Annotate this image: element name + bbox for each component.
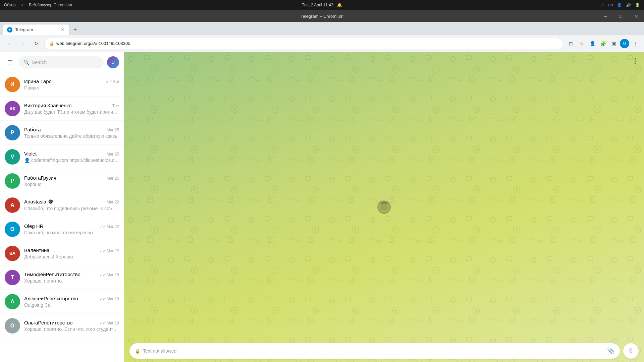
chat-preview: Хорошо! <box>24 182 119 187</box>
chat-item-work[interactable]: Р Работа Mar 25 Только обязательно дайте… <box>0 121 124 145</box>
bookmark-icon[interactable]: ☆ <box>577 39 586 48</box>
telegram-tab[interactable]: ✈ Telegram ✕ <box>3 24 70 35</box>
chat-time: ✓✓Mar 22 <box>99 248 119 253</box>
chat-preview: Да,у вас будет ТЗ,по итогам будет приним… <box>24 109 119 115</box>
browser-label[interactable]: Веб-браузер Chromium <box>29 3 72 7</box>
battery-icon: 🔋 <box>635 3 640 7</box>
overview-label[interactable]: Обзор <box>4 3 16 7</box>
mic-button[interactable]: 🎙 <box>623 343 639 359</box>
chat-name: Работа <box>24 127 41 132</box>
alarm-icon: 🔔 <box>337 3 342 7</box>
message-input-bar: 🔒 Text not allowed 📎 🎙 <box>124 340 644 362</box>
chat-avatar: О <box>5 318 20 334</box>
refresh-button[interactable]: ↻ <box>31 38 42 49</box>
chat-name: АлексейРепетиторство <box>24 296 78 301</box>
chat-area: 🔒 Text not allowed 📎 🎙 <box>124 52 644 362</box>
telegram-favicon: ✈ <box>7 27 12 33</box>
chat-item-olga[interactable]: О ОльгаРепетиторство ✓✓Mar 19 Хорошо, по… <box>0 314 124 338</box>
lang-label: en <box>608 3 613 7</box>
attach-icon[interactable]: 📎 <box>607 347 614 355</box>
chat-info: Ирина Таро ✓✓Sat Привет <box>24 78 119 90</box>
chat-info: Виктория Кравченко Tue Да,у вас будет ТЗ… <box>24 103 119 115</box>
chat-name: РаботаГрузия <box>24 175 56 181</box>
sidebar-toggle-icon[interactable]: ▣ <box>609 39 619 48</box>
chat-item-irina[interactable]: И Ирина Таро ✓✓Sat Привет <box>0 72 124 97</box>
chat-preview: 👤 coderstaffing.com https://cliquestudio… <box>24 158 119 163</box>
chat-preview: Outgoing Call <box>24 302 119 308</box>
chat-name: Oleg HR <box>24 223 44 229</box>
dot-3 <box>635 63 636 64</box>
maximize-button[interactable]: □ <box>613 10 629 22</box>
chat-avatar: O <box>5 222 20 237</box>
profile-circle[interactable]: U <box>620 39 629 48</box>
chat-item-victoria[interactable]: ВК Виктория Кравченко Tue Да,у вас будет… <box>0 97 124 121</box>
menu-button[interactable]: ⋮ <box>631 39 640 48</box>
chat-list: И Ирина Таро ✓✓Sat Привет ВК <box>0 72 124 362</box>
chat-info: РаботаГрузия Mar 25 Хорошо! <box>24 175 119 187</box>
cast-icon[interactable]: ⊡ <box>566 39 576 48</box>
tab-close-button[interactable]: ✕ <box>59 27 65 33</box>
chat-avatar: A <box>5 197 20 213</box>
chat-time: Mar 25 <box>107 128 119 132</box>
chat-name: ОльгаРепетиторство <box>24 320 72 325</box>
chat-time: Mar 25 <box>107 152 119 157</box>
tabs-bar: ✈ Telegram ✕ + <box>0 22 644 35</box>
profile-icon[interactable]: 👤 <box>588 39 597 48</box>
chat-item-anastasia[interactable]: A Anastasia 🎓 Mar 22 Спасибо, что подели… <box>0 193 124 217</box>
chat-item-violet[interactable]: V Violet Mar 25 👤 coderstaffing.com http… <box>0 145 124 169</box>
chat-name: Ирина Таро <box>24 78 52 84</box>
chat-info: Anastasia 🎓 Mar 22 Спасибо, что поделили… <box>24 199 119 211</box>
chat-name: Валентина <box>24 247 50 253</box>
chat-time: Mar 22 <box>107 200 119 204</box>
input-placeholder: Text not allowed <box>143 348 604 354</box>
chat-preview: Привет <box>24 85 119 90</box>
secure-lock-icon: 🔒 <box>49 41 54 46</box>
chat-context-menu[interactable] <box>632 56 639 67</box>
address-input[interactable]: 🔒 web.telegram.org/a/#-1001495103305 <box>44 38 564 49</box>
telegram-sidebar: ☰ 🔍 Search U И Ирина Таро <box>0 52 124 362</box>
chat-item-workgeorgia[interactable]: P РаботаГрузия Mar 25 Хорошо! <box>0 169 124 193</box>
chat-preview: Хорошо, понятно. <box>24 278 119 284</box>
chat-name: Violet <box>24 151 37 157</box>
new-tab-button[interactable]: + <box>70 24 80 35</box>
chat-info: Violet Mar 25 👤 coderstaffing.com https:… <box>24 151 119 163</box>
message-input[interactable]: 🔒 Text not allowed 📎 <box>129 343 620 359</box>
chat-avatar: Р <box>5 125 20 140</box>
chat-item-timofey[interactable]: Т ТимофейРепититорство ✓✓Mar 19 Хорошо, … <box>0 265 124 290</box>
user-profile-avatar[interactable]: U <box>107 56 119 68</box>
users-icon: 👤 <box>617 3 622 7</box>
minimize-button[interactable]: ─ <box>598 10 613 22</box>
back-button[interactable]: ← <box>4 38 15 49</box>
search-box[interactable]: 🔍 Search <box>19 56 104 68</box>
search-placeholder: Search <box>32 60 47 65</box>
chat-name: Виктория Кравченко <box>24 103 71 108</box>
forward-button[interactable]: → <box>17 38 28 49</box>
chat-avatar: И <box>5 77 20 92</box>
chat-item-valentina[interactable]: ВА Валентина ✓✓Mar 22 Добрый день! Хорош… <box>0 241 124 265</box>
chat-preview: Добрый день! Хорошо. <box>24 254 119 259</box>
browser-controls: ⊡ ☆ 👤 🧩 ▣ U ⋮ <box>566 39 640 48</box>
search-icon: 🔍 <box>23 60 29 65</box>
url-display: web.telegram.org/a/#-1001495103305 <box>56 41 558 46</box>
microphone-icon: 🎙 <box>628 348 634 355</box>
chat-name: Anastasia 🎓 <box>24 199 54 205</box>
address-bar: ← → ↻ 🔒 web.telegram.org/a/#-10014951033… <box>0 35 644 52</box>
chat-avatar: V <box>5 149 20 165</box>
input-lock-icon: 🔒 <box>135 349 140 354</box>
hamburger-menu-button[interactable]: ☰ <box>5 57 15 68</box>
chat-time: Tue <box>112 104 119 108</box>
chat-time: ✓✓Mar 22 <box>99 224 119 229</box>
chat-info: ТимофейРепититорство ✓✓Mar 19 Хорошо, по… <box>24 272 119 284</box>
chat-avatar: Т <box>5 270 20 285</box>
chat-time: Mar 25 <box>107 176 119 181</box>
sidebar-header: ☰ 🔍 Search U <box>0 52 124 72</box>
chat-item-oleghr[interactable]: O Oleg HR ✓✓Mar 22 Пока нет, но мне это … <box>0 217 124 241</box>
datetime: Tue, 2 April 11:43 <box>302 3 333 7</box>
chat-time: ✓✓Mar 19 <box>99 297 119 301</box>
close-button[interactable]: ✕ <box>629 10 644 22</box>
chat-preview: Спасибо, что поделились резюме. К сожале… <box>24 206 119 211</box>
extensions-icon[interactable]: 🧩 <box>598 39 608 48</box>
chat-avatar: ВА <box>5 246 20 261</box>
chat-item-alexey[interactable]: А АлексейРепетиторство ✓✓Mar 19 Outgoing… <box>0 290 124 314</box>
chat-avatar: ВК <box>5 101 20 116</box>
